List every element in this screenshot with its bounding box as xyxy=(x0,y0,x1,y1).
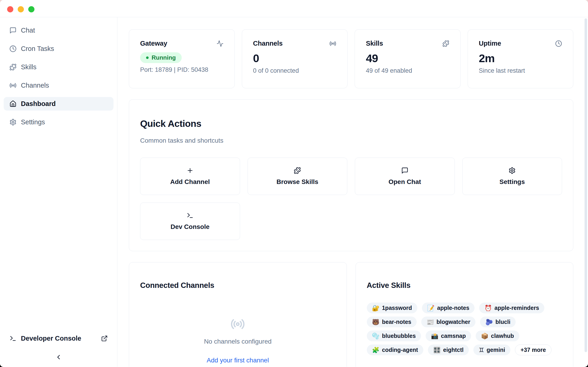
skill-name: eightctl xyxy=(443,347,464,353)
chevron-left-icon[interactable] xyxy=(55,353,62,361)
quick-action-add-channel[interactable]: Add Channel xyxy=(140,158,240,195)
main-content: Gateway Running Port: 18789 | PID: 50438… xyxy=(117,17,588,367)
radio-icon xyxy=(329,40,336,47)
developer-console-button[interactable]: Developer Console xyxy=(4,332,113,345)
stat-value: 49 xyxy=(366,53,449,64)
stat-card-uptime: Uptime 2m Since last restart xyxy=(468,29,573,88)
sidebar-item-settings[interactable]: Settings xyxy=(4,115,113,129)
skill-badge-1password: 🔐 1password xyxy=(367,302,417,313)
stat-detail: 49 of 49 enabled xyxy=(366,67,449,74)
active-skills-panel: Active Skills 🔐 1password 📝 apple-notes … xyxy=(355,262,573,367)
stat-card-skills: Skills 49 49 of 49 enabled xyxy=(355,29,460,88)
skill-emoji-icon: 📝 xyxy=(427,305,435,311)
skill-emoji-icon: ⏰ xyxy=(484,305,492,311)
quick-action-settings[interactable]: Settings xyxy=(462,158,562,195)
quick-actions-title: Quick Actions xyxy=(140,118,562,129)
settings-icon xyxy=(509,167,516,174)
skill-name: gemini xyxy=(487,347,505,353)
sidebar-item-chat[interactable]: Chat xyxy=(4,24,113,37)
traffic-lights xyxy=(7,6,35,12)
active-skills-title: Active Skills xyxy=(367,281,562,290)
skill-badge-eightctl: 🎛️ eightctl xyxy=(428,344,469,355)
skill-name: apple-notes xyxy=(437,305,469,311)
skill-badge-camsnap: 📸 camsnap xyxy=(426,331,471,341)
skill-badge-coding-agent: 🧩 coding-agent xyxy=(367,344,423,355)
skill-emoji-icon: 🎛️ xyxy=(433,347,441,353)
sidebar-item-label: Chat xyxy=(21,27,35,34)
terminal-icon xyxy=(187,212,194,219)
developer-console-label: Developer Console xyxy=(21,335,81,342)
skill-emoji-icon: 📰 xyxy=(426,319,434,325)
message-square-icon xyxy=(401,167,408,174)
skill-badge-clawhub: 📦 clawhub xyxy=(476,331,519,341)
skill-badge-apple-reminders: ⏰ apple-reminders xyxy=(479,302,544,313)
stat-title: Uptime xyxy=(479,40,501,47)
skill-name: coding-agent xyxy=(382,347,418,353)
skill-badge-bear-notes: 🐻 bear-notes xyxy=(367,317,417,327)
traffic-light-close[interactable] xyxy=(7,6,13,12)
sidebar-item-channels[interactable]: Channels xyxy=(4,79,113,92)
skill-emoji-icon: 🫐 xyxy=(485,319,493,325)
stats-row: Gateway Running Port: 18789 | PID: 50438… xyxy=(129,29,573,88)
skill-name: camsnap xyxy=(441,333,466,339)
quick-action-open-chat[interactable]: Open Chat xyxy=(355,158,455,195)
skill-badge-blogwatcher: 📰 blogwatcher xyxy=(421,317,476,327)
bottom-row: Connected Channels No channels configure… xyxy=(129,262,573,367)
stat-card-channels: Channels 0 0 of 0 connected xyxy=(242,29,348,88)
skill-emoji-icon: 🐻 xyxy=(372,319,380,325)
channels-empty-state: No channels configured Add your first ch… xyxy=(140,317,336,364)
quick-action-label: Dev Console xyxy=(170,223,209,231)
puzzle-icon xyxy=(9,64,17,71)
traffic-light-zoom[interactable] xyxy=(28,6,35,12)
more-skills-badge[interactable]: +37 more xyxy=(515,344,552,355)
skill-badges: 🔐 1password 📝 apple-notes ⏰ apple-remind… xyxy=(367,302,562,355)
app-window: Chat Cron Tasks Skills Channels Dashboar… xyxy=(0,0,588,367)
stat-detail: 0 of 0 connected xyxy=(253,67,337,74)
traffic-light-minimize[interactable] xyxy=(18,6,24,12)
puzzle-icon xyxy=(294,167,301,174)
skill-name: clawhub xyxy=(491,333,514,339)
status-label: Running xyxy=(152,54,176,61)
skill-name: apple-reminders xyxy=(494,305,539,311)
stat-card-gateway: Gateway Running Port: 18789 | PID: 50438 xyxy=(129,29,235,88)
clock-icon xyxy=(555,40,562,47)
connected-channels-title: Connected Channels xyxy=(140,281,336,290)
quick-actions-grid: Add Channel Browse Skills Open Chat Sett… xyxy=(140,158,562,240)
sidebar-item-skills[interactable]: Skills xyxy=(4,60,113,74)
skill-emoji-icon: ♊ xyxy=(479,347,484,353)
sidebar-item-dashboard[interactable]: Dashboard xyxy=(4,97,113,110)
stat-detail: Port: 18789 | PID: 50438 xyxy=(140,66,224,73)
skill-emoji-icon: 🔐 xyxy=(372,305,380,311)
quick-action-label: Settings xyxy=(500,178,525,186)
add-first-channel-link[interactable]: Add your first channel xyxy=(207,357,269,364)
sidebar-item-label: Skills xyxy=(21,63,36,71)
terminal-icon xyxy=(9,335,17,342)
sidebar-item-label: Dashboard xyxy=(21,100,56,108)
settings-icon xyxy=(9,119,17,126)
puzzle-icon xyxy=(442,40,449,47)
sidebar: Chat Cron Tasks Skills Channels Dashboar… xyxy=(0,17,117,367)
quick-actions-subtitle: Common tasks and shortcuts xyxy=(140,137,562,144)
sidebar-item-cron-tasks[interactable]: Cron Tasks xyxy=(4,42,113,56)
skill-badge-apple-notes: 📝 apple-notes xyxy=(422,302,475,313)
stat-title: Gateway xyxy=(140,40,167,47)
sidebar-nav: Chat Cron Tasks Skills Channels Dashboar… xyxy=(4,24,113,129)
status-badge: Running xyxy=(140,52,182,63)
skill-emoji-icon: 🧩 xyxy=(372,347,380,353)
quick-action-browse-skills[interactable]: Browse Skills xyxy=(248,158,347,195)
stat-value: 0 xyxy=(253,53,337,64)
skill-emoji-icon: 📦 xyxy=(481,333,488,339)
status-dot xyxy=(146,56,149,59)
quick-actions-panel: Quick Actions Common tasks and shortcuts… xyxy=(129,99,573,251)
skill-badge-bluebubbles: 🫧 bluebubbles xyxy=(367,331,421,341)
scrollbar-thumb[interactable] xyxy=(585,18,587,352)
message-square-icon xyxy=(9,27,17,34)
stat-title: Channels xyxy=(253,40,283,47)
external-link-icon[interactable] xyxy=(101,335,108,342)
skill-name: blogwatcher xyxy=(436,319,470,325)
activity-icon xyxy=(216,40,224,47)
skill-name: bear-notes xyxy=(382,319,411,325)
skill-badge-blucli: 🫐 blucli xyxy=(480,317,516,327)
quick-action-dev-console[interactable]: Dev Console xyxy=(140,202,240,240)
skill-name: 1password xyxy=(382,305,412,311)
